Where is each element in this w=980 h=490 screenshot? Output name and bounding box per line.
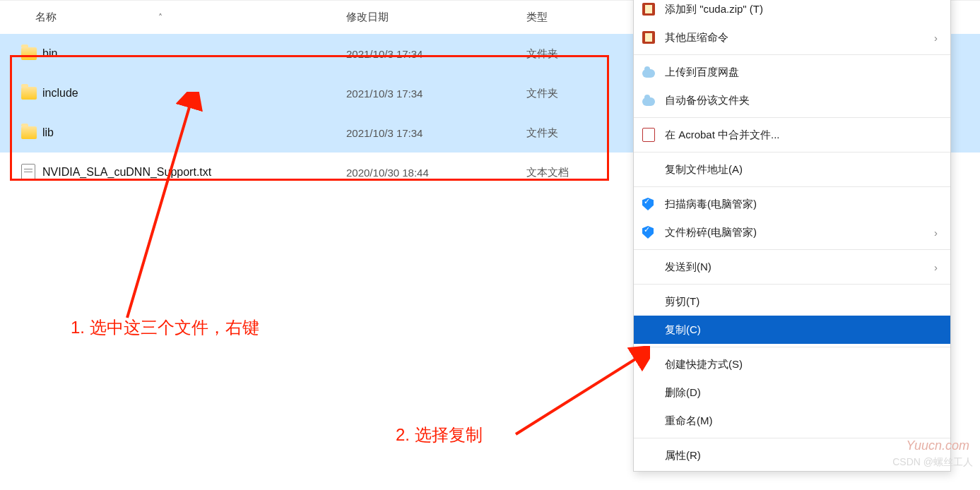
cloud-icon [642, 95, 665, 106]
menu-item-11[interactable]: 文件粉碎(电脑管家)› [634, 218, 950, 246]
menu-item-16[interactable]: 复制(C) [634, 316, 950, 344]
menu-item-label: 自动备份该文件夹 [665, 94, 938, 107]
chevron-right-icon: › [934, 32, 938, 44]
cloud-icon [642, 67, 665, 78]
file-date: 2021/10/3 17:34 [346, 127, 526, 139]
file-name: bin [42, 47, 346, 60]
file-date: 2020/10/30 18:44 [346, 167, 526, 179]
menu-item-0[interactable]: 添加到 "cuda.zip" (T) [634, 0, 950, 23]
pdf-icon [642, 128, 665, 142]
menu-item-6[interactable]: 在 Acrobat 中合并文件... [634, 121, 950, 149]
menu-separator [634, 54, 950, 55]
menu-item-19[interactable]: 删除(D) [634, 378, 950, 407]
file-name: NVIDIA_SLA_cuDNN_Support.txt [42, 166, 346, 179]
context-menu: 添加到 "cuda.zip" (T)其他压缩命令›上传到百度网盘自动备份该文件夹… [633, 0, 951, 472]
menu-item-label: 复制(C) [665, 323, 938, 337]
menu-item-label: 剪切(T) [665, 295, 938, 309]
file-date: 2021/10/3 17:34 [346, 48, 526, 60]
col-header-name[interactable]: 名称 ˄ [35, 11, 346, 24]
menu-separator [634, 186, 950, 187]
menu-item-18[interactable]: 创建快捷方式(S) [634, 350, 950, 378]
menu-item-10[interactable]: 扫描病毒(电脑管家) [634, 190, 950, 218]
menu-item-label: 在 Acrobat 中合并文件... [665, 129, 938, 142]
shield-icon [642, 198, 665, 210]
sort-asc-icon: ˄ [158, 13, 163, 23]
menu-item-label: 重命名(M) [665, 414, 938, 428]
file-name: include [42, 87, 346, 100]
col-name-label: 名称 [35, 11, 57, 23]
watermark-csdn: CSDN @螺丝工人 [892, 456, 973, 469]
folder-icon [21, 87, 42, 100]
annotation-step-2: 2. 选择复制 [396, 424, 483, 446]
menu-item-label: 添加到 "cuda.zip" (T) [665, 3, 938, 16]
menu-item-15[interactable]: 剪切(T) [634, 287, 950, 316]
menu-item-label: 删除(D) [665, 386, 938, 400]
menu-item-label: 复制文件地址(A) [665, 163, 938, 177]
menu-separator [634, 284, 950, 285]
chevron-right-icon: › [934, 261, 938, 273]
menu-separator [634, 152, 950, 153]
menu-item-13[interactable]: 发送到(N)› [634, 253, 950, 281]
file-date: 2021/10/3 17:34 [346, 88, 526, 100]
menu-separator [634, 438, 950, 438]
shield-icon [642, 226, 665, 239]
menu-item-20[interactable]: 重命名(M) [634, 407, 950, 435]
menu-item-label: 创建快捷方式(S) [665, 358, 938, 371]
menu-item-3[interactable]: 上传到百度网盘 [634, 58, 950, 86]
menu-item-label: 发送到(N) [665, 261, 934, 274]
menu-item-label: 其他压缩命令 [665, 31, 934, 44]
menu-item-1[interactable]: 其他压缩命令› [634, 23, 950, 52]
menu-item-label: 文件粉碎(电脑管家) [665, 226, 934, 239]
text-file-icon [21, 164, 42, 181]
folder-icon [21, 126, 42, 139]
menu-item-4[interactable]: 自动备份该文件夹 [634, 86, 950, 114]
watermark-site: Yuucn.com [907, 438, 969, 453]
menu-separator [634, 347, 950, 347]
folder-icon [21, 47, 42, 60]
col-header-date[interactable]: 修改日期 [346, 11, 526, 24]
zip-icon [642, 31, 665, 44]
chevron-right-icon: › [934, 227, 938, 239]
menu-item-8[interactable]: 复制文件地址(A) [634, 155, 950, 184]
menu-separator [634, 249, 950, 250]
zip-icon [642, 3, 665, 16]
menu-item-label: 上传到百度网盘 [665, 66, 938, 79]
annotation-step-1: 1. 选中这三个文件，右键 [71, 316, 259, 339]
menu-separator [634, 117, 950, 118]
menu-item-label: 扫描病毒(电脑管家) [665, 198, 938, 211]
file-name: lib [42, 126, 346, 139]
